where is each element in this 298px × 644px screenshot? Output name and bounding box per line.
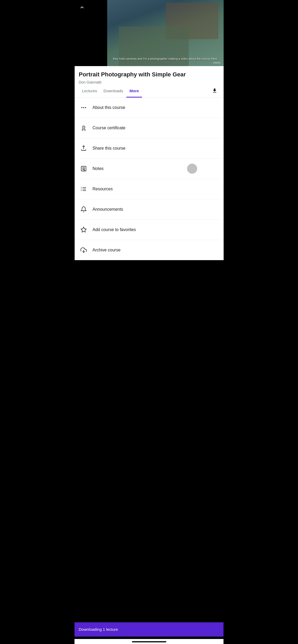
- resources-icon: [79, 184, 88, 194]
- share-icon: [79, 144, 88, 153]
- video-caption: they hold cameras and I'm a photographer…: [107, 57, 223, 61]
- notes-label: Notes: [93, 166, 104, 171]
- menu-item-resources[interactable]: Resources: [75, 179, 224, 199]
- archive-icon: [79, 245, 88, 255]
- course-title: Portrait Photography with Simple Gear: [79, 71, 219, 79]
- menu-item-certificate[interactable]: Course certificate: [75, 118, 224, 138]
- certificate-label: Course certificate: [93, 126, 126, 130]
- udemy-logo: Udemy: [213, 61, 220, 64]
- video-thumbnail: they hold cameras and I'm a photographer…: [107, 0, 223, 66]
- course-info: Portrait Photography with Simple Gear Do…: [75, 66, 224, 84]
- svg-point-0: [81, 107, 82, 108]
- announcements-label: Announcements: [93, 207, 123, 212]
- tab-downloads[interactable]: Downloads: [100, 84, 126, 97]
- svg-point-1: [83, 107, 84, 108]
- menu-list: About this course Course certificate Sha…: [75, 98, 224, 260]
- menu-item-share[interactable]: Share this course: [75, 138, 224, 159]
- archive-label: Archive course: [93, 248, 121, 252]
- menu-item-favorites[interactable]: Add course to favorites: [75, 220, 224, 240]
- notes-icon: [79, 164, 88, 173]
- bell-icon: [79, 205, 88, 214]
- tab-more[interactable]: More: [126, 84, 142, 97]
- tab-lectures[interactable]: Lectures: [79, 84, 101, 97]
- tabs-container: Lectures Downloads More: [75, 84, 224, 98]
- dots-icon: [79, 103, 88, 112]
- resources-label: Resources: [93, 187, 113, 191]
- video-section: they hold cameras and I'm a photographer…: [75, 0, 224, 66]
- course-author: Don Giannatti: [79, 80, 219, 84]
- back-button[interactable]: [79, 4, 85, 12]
- svg-point-2: [85, 107, 86, 108]
- toggle-circle: [187, 164, 197, 174]
- menu-item-archive[interactable]: Archive course: [75, 240, 224, 260]
- video-bg: [107, 0, 223, 66]
- favorites-label: Add course to favorites: [93, 227, 136, 232]
- about-label: About this course: [93, 105, 125, 110]
- svg-marker-15: [81, 227, 86, 232]
- star-icon: [79, 225, 88, 234]
- share-label: Share this course: [93, 146, 126, 151]
- download-icon[interactable]: [210, 86, 219, 95]
- certificate-icon: [79, 123, 88, 133]
- menu-item-about[interactable]: About this course: [75, 98, 224, 118]
- menu-item-announcements[interactable]: Announcements: [75, 199, 224, 220]
- menu-item-notes[interactable]: Notes: [75, 159, 224, 179]
